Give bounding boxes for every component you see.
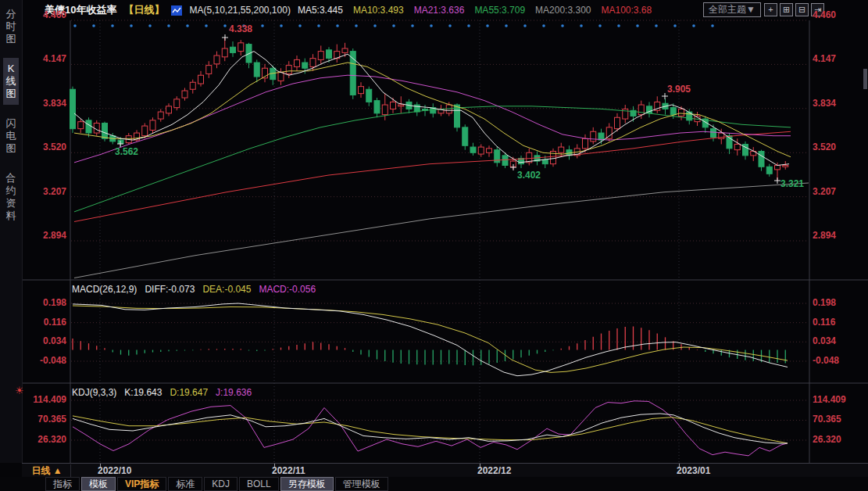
macd-axis-label-right: 0.116 (813, 317, 863, 328)
macd-layer (73, 303, 788, 376)
macd-axis-label-left: 0.198 (22, 297, 66, 308)
header-toolbar: 全部主题▼ +⊞⊟⇥ (703, 2, 824, 17)
bottom-tab-模板[interactable]: 模板 (81, 477, 116, 491)
x-axis-tick (100, 464, 101, 467)
x-axis-label: 2022/12 (477, 465, 511, 476)
kdj-axis-label-right: 26.320 (813, 434, 863, 445)
zoom-out-icon[interactable]: ⊟ (795, 3, 809, 16)
kdj-axis-label-left: 114.409 (22, 394, 66, 405)
price-annotation: 3.562 (115, 147, 138, 156)
kdj-k-value: K:19.643 (124, 387, 162, 398)
x-axis-tick (480, 464, 480, 467)
x-axis-label: 2022/10 (98, 465, 131, 476)
sidebar-tab-1[interactable]: 分时图 (3, 3, 19, 50)
zoom-in-icon[interactable]: ⊞ (780, 3, 793, 16)
bottom-tab-标准[interactable]: 标准 (168, 477, 202, 491)
macd-axis-label-left: 0.116 (22, 317, 66, 328)
y-axis-label-right: 4.147 (813, 53, 863, 64)
kdj-j-value: J:19.636 (216, 387, 252, 398)
kdj-axis-label-right: 70.365 (813, 414, 863, 425)
y-axis-label-right: 3.207 (813, 186, 863, 197)
candles-layer (70, 38, 788, 181)
bottom-tab-管理模板[interactable]: 管理模板 (335, 477, 388, 491)
x-axis-tick (679, 464, 680, 467)
sidebar-tab-2[interactable]: K线图 (3, 58, 19, 105)
kdj-layer (73, 401, 788, 456)
sidebar-tab-3[interactable]: 闪电图 (3, 113, 19, 159)
kdj-axis-label-right: 114.409 (813, 394, 863, 405)
macd-dea-value: DEA:-0.045 (202, 284, 251, 295)
y-axis-label-right: 3.520 (813, 142, 863, 152)
y-axis-label-left: 4.147 (22, 53, 66, 64)
y-axis-label-right: 2.894 (813, 230, 863, 241)
bottom-tab-另存模板[interactable]: 另存模板 (280, 477, 334, 491)
bottom-tab-BOLL[interactable]: BOLL (239, 477, 279, 491)
macd-axis-label-right: -0.048 (813, 355, 863, 366)
y-axis-label-left: 2.894 (22, 230, 66, 241)
price-annotation: 3.321 (780, 179, 804, 188)
y-axis-label-left: 3.520 (22, 142, 66, 152)
x-axis-band: 日线 ▲ 2022/102022/112022/122023/01 (22, 463, 868, 477)
price-annotation: 4.338 (229, 24, 252, 34)
chart-canvas[interactable] (0, 0, 868, 491)
kdj-header: KDJ(9,3,3) K:19.643 D:19.647 J:19.636 (72, 387, 252, 398)
y-axis-label-left: 3.834 (22, 98, 66, 109)
macd-value: MACD:-0.056 (259, 284, 316, 295)
ma-lines-layer (74, 52, 809, 278)
period-button[interactable]: 日线 ▲ (23, 464, 71, 477)
y-axis-label-left: 3.207 (22, 186, 66, 197)
y-axis-label-left: 4.460 (22, 9, 66, 20)
bottom-tab-指标[interactable]: 指标 (45, 477, 80, 491)
sidebar-tab-4[interactable]: 合约资料 (3, 167, 19, 227)
price-annotation: 3.402 (517, 170, 541, 180)
theme-select-button[interactable]: 全部主题▼ (703, 2, 761, 17)
bottom-tab-bar: 指标模板VIP指标标准KDJBOLL另存模板管理模板 (0, 477, 868, 491)
bottom-tab-VIP指标[interactable]: VIP指标 (117, 477, 166, 491)
event-dots-layer (73, 24, 714, 27)
bottom-tab-KDJ[interactable]: KDJ (204, 477, 238, 491)
y-axis-label-right: 3.834 (813, 98, 863, 109)
macd-axis-label-left: 0.034 (22, 335, 66, 346)
macd-title: MACD(26,12,9) (72, 284, 137, 295)
x-axis-label: 2022/11 (272, 465, 305, 476)
macd-axis-label-right: 0.034 (813, 335, 863, 346)
kdj-title: KDJ(9,3,3) (72, 387, 116, 398)
kdj-d-value: D:19.647 (170, 387, 208, 398)
scrollbar-thumb[interactable] (863, 69, 867, 89)
macd-axis-label-right: 0.198 (813, 297, 863, 308)
macd-header: MACD(26,12,9) DIFF:-0.073 DEA:-0.045 MAC… (72, 284, 316, 295)
macd-axis-label-left: -0.048 (22, 355, 66, 366)
y-axis-label-right: 4.460 (813, 9, 863, 20)
macd-diff-value: DIFF:-0.073 (145, 284, 195, 295)
trading-app-window: { "colors": { "red": "#d8404c", "green":… (0, 0, 868, 491)
x-axis-tick (274, 464, 275, 467)
kdj-axis-label-left: 26.320 (22, 434, 66, 445)
move-icon[interactable]: + (764, 3, 777, 16)
price-annotation: 3.905 (667, 84, 691, 94)
x-axis-label: 2023/01 (677, 465, 710, 476)
kdj-axis-label-left: 70.365 (22, 414, 66, 425)
